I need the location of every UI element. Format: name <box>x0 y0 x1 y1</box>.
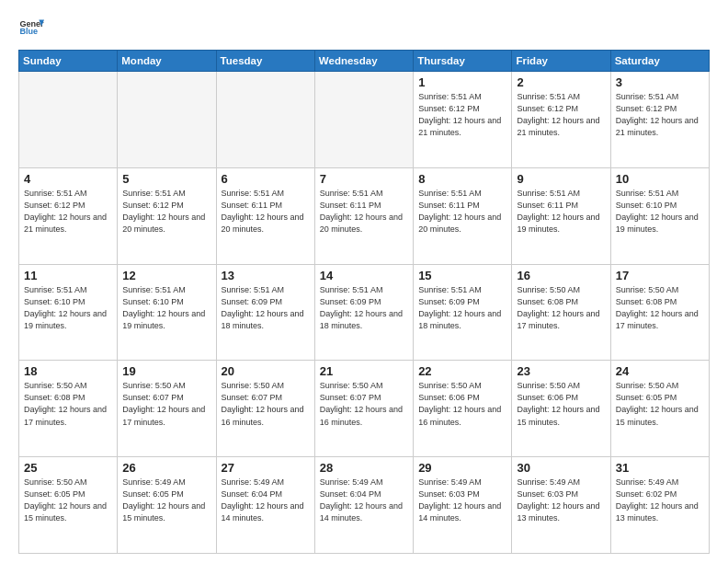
calendar-cell: 8Sunrise: 5:51 AM Sunset: 6:11 PM Daylig… <box>414 167 512 264</box>
calendar-cell: 28Sunrise: 5:49 AM Sunset: 6:04 PM Dayli… <box>314 457 413 554</box>
logo-icon: General Blue <box>18 15 44 40</box>
calendar-cell: 25Sunrise: 5:50 AM Sunset: 6:05 PM Dayli… <box>19 457 118 554</box>
calendar-cell: 15Sunrise: 5:51 AM Sunset: 6:09 PM Dayli… <box>414 264 512 361</box>
calendar-cell: 27Sunrise: 5:49 AM Sunset: 6:04 PM Dayli… <box>216 457 314 554</box>
calendar-week-3: 11Sunrise: 5:51 AM Sunset: 6:10 PM Dayli… <box>19 264 710 361</box>
cell-info: Sunrise: 5:50 AM Sunset: 6:06 PM Dayligh… <box>517 380 605 428</box>
cell-info: Sunrise: 5:51 AM Sunset: 6:09 PM Dayligh… <box>320 284 408 332</box>
calendar-cell: 23Sunrise: 5:50 AM Sunset: 6:06 PM Dayli… <box>512 361 610 457</box>
cell-info: Sunrise: 5:50 AM Sunset: 6:07 PM Dayligh… <box>222 380 310 428</box>
calendar-cell: 6Sunrise: 5:51 AM Sunset: 6:11 PM Daylig… <box>216 167 314 264</box>
cell-info: Sunrise: 5:50 AM Sunset: 6:08 PM Dayligh… <box>517 284 605 332</box>
cell-day-number: 30 <box>517 461 605 475</box>
cell-day-number: 16 <box>517 269 605 282</box>
cell-info: Sunrise: 5:50 AM Sunset: 6:06 PM Dayligh… <box>418 380 506 428</box>
cell-info: Sunrise: 5:50 AM Sunset: 6:07 PM Dayligh… <box>320 380 408 428</box>
cell-info: Sunrise: 5:51 AM Sunset: 6:11 PM Dayligh… <box>222 188 310 236</box>
cell-info: Sunrise: 5:49 AM Sunset: 6:04 PM Dayligh… <box>320 477 408 524</box>
calendar-cell <box>118 72 216 168</box>
cell-day-number: 6 <box>222 172 310 186</box>
calendar-cell: 5Sunrise: 5:51 AM Sunset: 6:12 PM Daylig… <box>118 167 216 264</box>
cell-day-number: 26 <box>122 461 210 475</box>
cell-info: Sunrise: 5:51 AM Sunset: 6:09 PM Dayligh… <box>222 284 310 332</box>
calendar-cell: 7Sunrise: 5:51 AM Sunset: 6:11 PM Daylig… <box>314 167 413 264</box>
cell-day-number: 11 <box>24 269 112 282</box>
calendar-cell: 10Sunrise: 5:51 AM Sunset: 6:10 PM Dayli… <box>610 167 709 264</box>
calendar-cell: 11Sunrise: 5:51 AM Sunset: 6:10 PM Dayli… <box>19 264 118 361</box>
cell-day-number: 2 <box>517 75 605 89</box>
calendar-week-4: 18Sunrise: 5:50 AM Sunset: 6:08 PM Dayli… <box>19 361 710 457</box>
calendar-cell: 12Sunrise: 5:51 AM Sunset: 6:10 PM Dayli… <box>118 264 216 361</box>
cell-info: Sunrise: 5:51 AM Sunset: 6:12 PM Dayligh… <box>24 188 112 236</box>
cell-day-number: 14 <box>320 269 408 282</box>
calendar-cell: 20Sunrise: 5:50 AM Sunset: 6:07 PM Dayli… <box>216 361 314 457</box>
cell-info: Sunrise: 5:51 AM Sunset: 6:12 PM Dayligh… <box>418 91 506 139</box>
cell-info: Sunrise: 5:51 AM Sunset: 6:10 PM Dayligh… <box>122 284 210 332</box>
cell-info: Sunrise: 5:49 AM Sunset: 6:04 PM Dayligh… <box>222 477 310 524</box>
cell-day-number: 27 <box>222 461 310 475</box>
cell-info: Sunrise: 5:51 AM Sunset: 6:11 PM Dayligh… <box>517 188 605 236</box>
cell-day-number: 12 <box>122 269 210 282</box>
calendar-table: SundayMondayTuesdayWednesdayThursdayFrid… <box>18 50 710 554</box>
cell-info: Sunrise: 5:51 AM Sunset: 6:12 PM Dayligh… <box>616 91 704 139</box>
calendar-cell: 9Sunrise: 5:51 AM Sunset: 6:11 PM Daylig… <box>512 167 610 264</box>
cell-day-number: 23 <box>517 364 605 378</box>
cell-day-number: 19 <box>122 364 210 378</box>
weekday-friday: Friday <box>512 51 610 72</box>
weekday-tuesday: Tuesday <box>216 51 314 72</box>
calendar-cell: 2Sunrise: 5:51 AM Sunset: 6:12 PM Daylig… <box>512 72 610 168</box>
calendar-cell: 14Sunrise: 5:51 AM Sunset: 6:09 PM Dayli… <box>314 264 413 361</box>
cell-day-number: 8 <box>418 172 506 186</box>
cell-day-number: 5 <box>122 172 210 186</box>
calendar-week-5: 25Sunrise: 5:50 AM Sunset: 6:05 PM Dayli… <box>19 457 710 554</box>
cell-info: Sunrise: 5:49 AM Sunset: 6:05 PM Dayligh… <box>122 477 210 524</box>
calendar-cell: 18Sunrise: 5:50 AM Sunset: 6:08 PM Dayli… <box>19 361 118 457</box>
cell-day-number: 31 <box>616 461 704 475</box>
weekday-sunday: Sunday <box>19 51 118 72</box>
calendar-cell: 30Sunrise: 5:49 AM Sunset: 6:03 PM Dayli… <box>512 457 610 554</box>
calendar-cell: 1Sunrise: 5:51 AM Sunset: 6:12 PM Daylig… <box>414 72 512 168</box>
cell-day-number: 4 <box>24 172 112 186</box>
calendar-cell: 17Sunrise: 5:50 AM Sunset: 6:08 PM Dayli… <box>610 264 709 361</box>
weekday-monday: Monday <box>118 51 216 72</box>
cell-day-number: 20 <box>222 364 310 378</box>
cell-info: Sunrise: 5:50 AM Sunset: 6:08 PM Dayligh… <box>616 284 704 332</box>
cell-info: Sunrise: 5:51 AM Sunset: 6:10 PM Dayligh… <box>616 188 704 236</box>
cell-info: Sunrise: 5:49 AM Sunset: 6:03 PM Dayligh… <box>517 477 605 524</box>
cell-info: Sunrise: 5:51 AM Sunset: 6:12 PM Dayligh… <box>122 188 210 236</box>
logo: General Blue <box>18 15 44 40</box>
page-header: General Blue <box>18 15 710 40</box>
cell-day-number: 21 <box>320 364 408 378</box>
cell-day-number: 22 <box>418 364 506 378</box>
cell-day-number: 15 <box>418 269 506 282</box>
cell-day-number: 13 <box>222 269 310 282</box>
cell-day-number: 3 <box>616 75 704 89</box>
calendar-cell: 24Sunrise: 5:50 AM Sunset: 6:05 PM Dayli… <box>610 361 709 457</box>
cell-day-number: 28 <box>320 461 408 475</box>
calendar-cell <box>19 72 118 168</box>
weekday-saturday: Saturday <box>610 51 709 72</box>
weekday-wednesday: Wednesday <box>314 51 413 72</box>
cell-info: Sunrise: 5:51 AM Sunset: 6:09 PM Dayligh… <box>418 284 506 332</box>
cell-info: Sunrise: 5:49 AM Sunset: 6:02 PM Dayligh… <box>616 477 704 524</box>
svg-text:Blue: Blue <box>19 27 38 36</box>
calendar-cell: 19Sunrise: 5:50 AM Sunset: 6:07 PM Dayli… <box>118 361 216 457</box>
cell-info: Sunrise: 5:50 AM Sunset: 6:08 PM Dayligh… <box>24 380 112 428</box>
calendar-week-1: 1Sunrise: 5:51 AM Sunset: 6:12 PM Daylig… <box>19 72 710 168</box>
calendar-cell: 21Sunrise: 5:50 AM Sunset: 6:07 PM Dayli… <box>314 361 413 457</box>
calendar-cell: 13Sunrise: 5:51 AM Sunset: 6:09 PM Dayli… <box>216 264 314 361</box>
cell-day-number: 17 <box>616 269 704 282</box>
cell-day-number: 9 <box>517 172 605 186</box>
cell-info: Sunrise: 5:50 AM Sunset: 6:05 PM Dayligh… <box>24 477 112 524</box>
weekday-thursday: Thursday <box>414 51 512 72</box>
cell-day-number: 29 <box>418 461 506 475</box>
calendar-cell: 29Sunrise: 5:49 AM Sunset: 6:03 PM Dayli… <box>414 457 512 554</box>
cell-info: Sunrise: 5:50 AM Sunset: 6:05 PM Dayligh… <box>616 380 704 428</box>
cell-info: Sunrise: 5:51 AM Sunset: 6:11 PM Dayligh… <box>418 188 506 236</box>
calendar-cell: 31Sunrise: 5:49 AM Sunset: 6:02 PM Dayli… <box>610 457 709 554</box>
calendar-cell: 4Sunrise: 5:51 AM Sunset: 6:12 PM Daylig… <box>19 167 118 264</box>
cell-info: Sunrise: 5:49 AM Sunset: 6:03 PM Dayligh… <box>418 477 506 524</box>
calendar-week-2: 4Sunrise: 5:51 AM Sunset: 6:12 PM Daylig… <box>19 167 710 264</box>
cell-day-number: 10 <box>616 172 704 186</box>
calendar-cell: 16Sunrise: 5:50 AM Sunset: 6:08 PM Dayli… <box>512 264 610 361</box>
